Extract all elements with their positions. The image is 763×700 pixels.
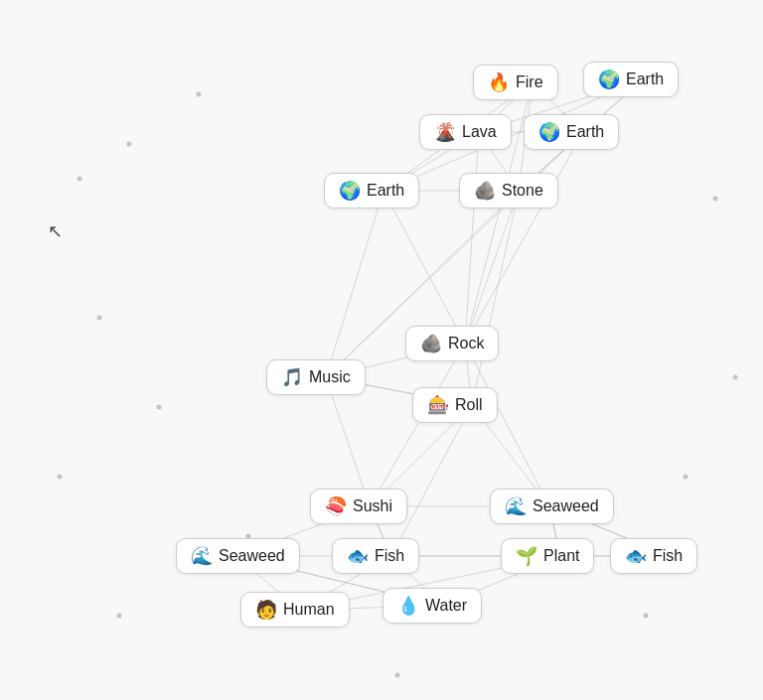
rock-label: Rock — [448, 335, 484, 352]
sushi-label: Sushi — [353, 497, 392, 515]
stone-emoji: 🪨 — [474, 180, 496, 202]
seaweed2-emoji: 🌊 — [191, 545, 213, 567]
fish2-emoji: 🐟 — [625, 545, 647, 567]
element-card-rock[interactable]: 🪨Rock — [405, 326, 499, 361]
earth3-emoji: 🌍 — [339, 180, 361, 202]
seaweed2-label: Seaweed — [219, 547, 285, 565]
earth3-label: Earth — [367, 182, 404, 200]
element-card-water[interactable]: 💧Water — [382, 588, 482, 624]
water-emoji: 💧 — [397, 595, 419, 617]
element-card-earth2[interactable]: 🌍Earth — [524, 114, 619, 150]
earth1-emoji: 🌍 — [598, 69, 620, 90]
plant-emoji: 🌱 — [516, 545, 537, 567]
rock-emoji: 🪨 — [420, 333, 442, 354]
human-label: Human — [283, 601, 335, 619]
element-card-fish2[interactable]: 🐟Fish — [610, 538, 697, 574]
element-card-human[interactable]: 🧑Human — [240, 592, 350, 628]
element-card-plant[interactable]: 🌱Plant — [501, 538, 594, 574]
element-card-lava[interactable]: 🌋Lava — [419, 114, 512, 150]
roll-emoji: 🎰 — [427, 394, 449, 416]
seaweed1-emoji: 🌊 — [505, 495, 527, 517]
plant-label: Plant — [543, 547, 579, 565]
sushi-emoji: 🍣 — [325, 495, 347, 517]
human-emoji: 🧑 — [255, 599, 277, 621]
fire-label: Fire — [516, 73, 543, 91]
water-label: Water — [425, 597, 467, 615]
music-emoji: 🎵 — [281, 366, 303, 388]
element-card-fish1[interactable]: 🐟Fish — [332, 538, 419, 574]
element-card-earth3[interactable]: 🌍Earth — [324, 173, 419, 209]
fish2-label: Fish — [653, 547, 683, 565]
fish1-emoji: 🐟 — [347, 545, 369, 567]
stone-label: Stone — [502, 182, 543, 200]
earth1-label: Earth — [626, 70, 664, 88]
element-card-seaweed1[interactable]: 🌊Seaweed — [490, 489, 614, 524]
fire-emoji: 🔥 — [488, 71, 510, 93]
element-card-roll[interactable]: 🎰Roll — [412, 387, 498, 423]
earth2-label: Earth — [566, 123, 604, 141]
earth2-emoji: 🌍 — [538, 121, 560, 143]
seaweed1-label: Seaweed — [533, 497, 599, 515]
fish1-label: Fish — [375, 547, 404, 565]
element-card-fire[interactable]: 🔥Fire — [473, 65, 558, 100]
lava-emoji: 🌋 — [434, 121, 456, 143]
element-card-sushi[interactable]: 🍣Sushi — [310, 489, 407, 524]
lava-label: Lava — [462, 123, 497, 141]
music-label: Music — [309, 368, 351, 386]
element-card-music[interactable]: 🎵Music — [266, 359, 366, 395]
element-card-seaweed2[interactable]: 🌊Seaweed — [176, 538, 300, 574]
roll-label: Roll — [455, 396, 483, 414]
element-card-stone[interactable]: 🪨Stone — [459, 173, 558, 209]
element-card-earth1[interactable]: 🌍Earth — [583, 62, 679, 97]
